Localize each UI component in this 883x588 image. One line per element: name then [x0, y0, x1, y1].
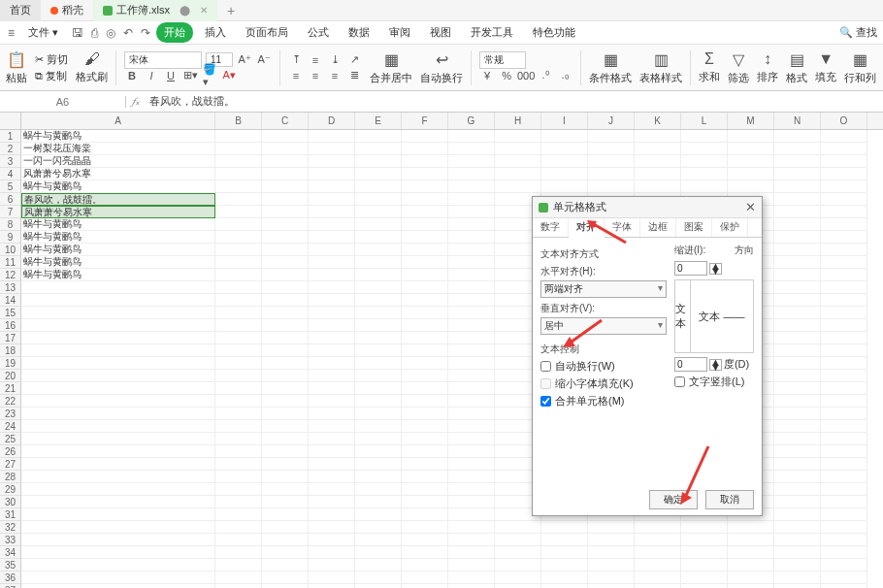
cell[interactable] [635, 180, 681, 193]
cell[interactable] [309, 433, 355, 445]
cell[interactable] [448, 168, 495, 180]
cell[interactable] [21, 471, 215, 483]
row-header[interactable]: 11 [0, 256, 21, 269]
cell[interactable] [448, 395, 495, 408]
col-header[interactable]: B [215, 113, 262, 129]
menu-review[interactable]: 审阅 [381, 22, 418, 43]
cell[interactable] [355, 218, 402, 231]
font-color-button[interactable]: A▾ [221, 68, 237, 83]
col-header[interactable]: K [635, 113, 681, 129]
cell[interactable] [262, 319, 309, 332]
cell[interactable]: 春风吹，战鼓擂。 [21, 193, 215, 206]
row-header[interactable]: 26 [0, 445, 21, 458]
cell[interactable] [402, 155, 448, 168]
row-header[interactable]: 33 [0, 534, 21, 546]
cell[interactable] [262, 534, 309, 546]
cell[interactable] [21, 559, 215, 572]
cell[interactable] [402, 572, 448, 584]
cell[interactable] [309, 130, 355, 143]
col-header[interactable]: E [355, 113, 402, 129]
col-header[interactable]: F [402, 113, 448, 129]
cell[interactable] [821, 294, 867, 307]
cell[interactable] [774, 395, 821, 408]
cell[interactable] [262, 244, 309, 256]
decrease-font-icon[interactable]: A⁻ [256, 52, 272, 68]
cell[interactable] [541, 155, 588, 168]
cell[interactable] [821, 471, 867, 483]
cell[interactable] [821, 483, 867, 496]
cell[interactable] [21, 546, 215, 559]
cell[interactable] [21, 294, 215, 307]
cell[interactable] [215, 584, 262, 588]
cell[interactable] [402, 130, 448, 143]
cell[interactable] [402, 180, 448, 193]
cell[interactable]: 蜗牛与黄鹂鸟 [21, 218, 215, 231]
cell[interactable] [541, 534, 588, 546]
cell[interactable] [262, 420, 309, 433]
cell[interactable] [21, 458, 215, 471]
row-header[interactable]: 9 [0, 231, 21, 244]
cell[interactable] [402, 193, 448, 206]
merge-button[interactable]: ▦合并居中 [370, 50, 412, 85]
cell[interactable] [215, 471, 262, 483]
cell[interactable] [355, 281, 402, 294]
cell[interactable] [821, 344, 867, 357]
cell[interactable] [588, 155, 635, 168]
cell[interactable] [355, 143, 402, 155]
cell[interactable] [495, 534, 541, 546]
cell[interactable] [309, 155, 355, 168]
cell[interactable] [215, 307, 262, 319]
degree-input[interactable] [674, 357, 707, 372]
cell[interactable] [309, 332, 355, 344]
cell[interactable] [215, 218, 262, 231]
cell[interactable] [262, 395, 309, 408]
wrap-checkbox[interactable]: 自动换行(W) [540, 359, 667, 374]
cell[interactable] [215, 244, 262, 256]
cell[interactable] [262, 445, 309, 458]
cell[interactable] [728, 572, 774, 584]
cell[interactable] [681, 534, 728, 546]
cell[interactable] [309, 584, 355, 588]
cell[interactable] [402, 395, 448, 408]
cell[interactable] [728, 521, 774, 534]
cell[interactable] [355, 344, 402, 357]
cell[interactable] [402, 344, 448, 357]
cell[interactable] [262, 382, 309, 395]
cell[interactable] [541, 546, 588, 559]
cell[interactable] [355, 319, 402, 332]
name-box[interactable]: A6 [0, 96, 126, 108]
cell[interactable] [262, 458, 309, 471]
cell[interactable] [448, 332, 495, 344]
search-box[interactable]: 🔍查找 [839, 25, 877, 40]
cell[interactable] [21, 357, 215, 370]
cell[interactable] [215, 458, 262, 471]
tab-number[interactable]: 数字 [533, 218, 569, 237]
cell[interactable] [402, 307, 448, 319]
cell[interactable] [728, 155, 774, 168]
align-left-icon[interactable]: ≡ [288, 68, 304, 83]
cell[interactable] [355, 294, 402, 307]
col-header[interactable]: H [495, 113, 541, 129]
cell[interactable] [635, 559, 681, 572]
row-header[interactable]: 17 [0, 332, 21, 344]
formula-input[interactable]: 春风吹，战鼓擂。 [146, 94, 239, 109]
row-header[interactable]: 6 [0, 193, 21, 206]
cell[interactable] [774, 382, 821, 395]
cell[interactable] [355, 395, 402, 408]
menu-formula[interactable]: 公式 [300, 22, 337, 43]
menu-layout[interactable]: 页面布局 [238, 22, 296, 43]
col-header[interactable]: C [262, 113, 309, 129]
cell[interactable] [262, 471, 309, 483]
save-icon[interactable]: 🖫 [70, 26, 85, 40]
cell[interactable] [262, 143, 309, 155]
cell[interactable] [402, 521, 448, 534]
cell[interactable] [774, 445, 821, 458]
cell[interactable] [262, 584, 309, 588]
cell[interactable] [355, 445, 402, 458]
tab-pattern[interactable]: 图案 [676, 218, 712, 237]
cell[interactable] [355, 256, 402, 269]
cell[interactable] [309, 483, 355, 496]
vertical-layout-checkbox[interactable]: 文字竖排(L) [674, 375, 754, 389]
cell[interactable] [215, 294, 262, 307]
tab-align[interactable]: 对齐 [569, 218, 605, 238]
